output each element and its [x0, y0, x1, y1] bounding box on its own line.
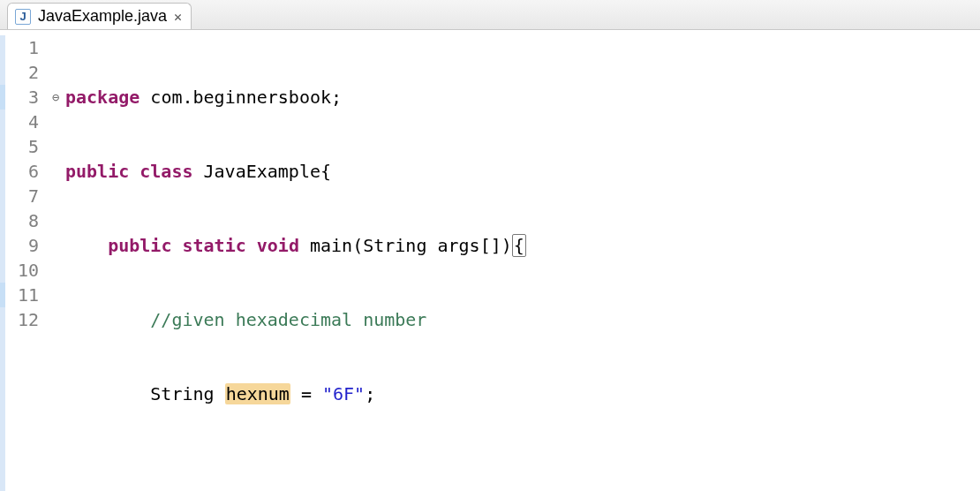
line-number: 10 [7, 258, 39, 283]
line-number-gutter: 1 2 3 4 5 6 7 8 9 10 11 12 [7, 35, 46, 491]
line-number: 9 [7, 233, 39, 258]
code-line: public static void main(String args[]){ [65, 233, 863, 258]
line-number: 4 [7, 110, 39, 134]
code-line: //given hexadecimal number [65, 307, 863, 332]
code-editor[interactable]: 1 2 3 4 5 6 7 8 9 10 11 12 ⊖ package com… [0, 30, 980, 491]
line-number: 2 [7, 60, 39, 85]
fold-toggle-icon[interactable]: ⊖ [46, 85, 65, 110]
java-file-icon: J [15, 9, 31, 25]
overview-ruler [0, 35, 5, 491]
code-content[interactable]: package com.beginnersbook; public class … [65, 35, 863, 491]
editor-tab-active[interactable]: J JavaExample.java ✕ [7, 3, 192, 29]
line-number: 11 [7, 283, 39, 307]
line-number: 6 [7, 159, 39, 184]
code-line: package com.beginnersbook; [65, 85, 863, 110]
editor-tab-bar: J JavaExample.java ✕ [0, 0, 980, 30]
line-number: 12 [7, 307, 39, 332]
line-number: 5 [7, 134, 39, 159]
line-number: 7 [7, 184, 39, 208]
editor-tab-filename: JavaExample.java [38, 7, 167, 26]
code-line [65, 456, 863, 480]
line-number: 3 [7, 85, 39, 110]
folding-gutter: ⊖ [46, 35, 65, 491]
code-line: String hexnum = "6F"; [65, 381, 863, 406]
close-icon[interactable]: ✕ [174, 9, 182, 25]
line-number: 1 [7, 35, 39, 60]
code-line: public class JavaExample{ [65, 159, 863, 184]
line-number: 8 [7, 208, 39, 233]
